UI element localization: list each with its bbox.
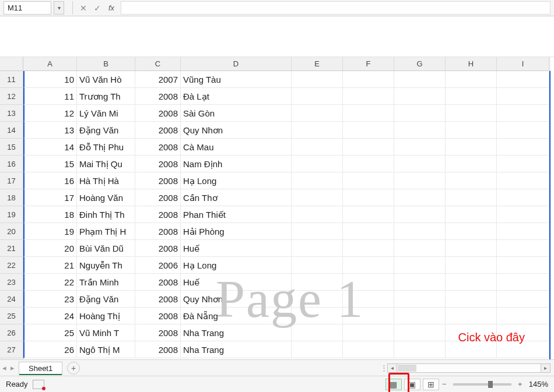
cell[interactable] — [343, 274, 394, 291]
cell[interactable]: Đinh Thị Th — [77, 206, 135, 223]
cell[interactable] — [292, 206, 343, 223]
cell[interactable]: Quy Nhơn — [181, 122, 292, 139]
cell[interactable] — [394, 341, 446, 358]
cancel-button[interactable]: ✕ — [76, 0, 90, 16]
cell[interactable]: Huế — [181, 240, 292, 257]
cell[interactable] — [292, 122, 343, 139]
cell[interactable] — [343, 156, 394, 172]
row-header-11[interactable]: 11 — [0, 71, 23, 88]
row-header-14[interactable]: 14 — [0, 122, 23, 139]
zoom-slider-knob[interactable] — [488, 381, 493, 388]
cell[interactable] — [394, 274, 446, 291]
cell[interactable] — [394, 308, 446, 324]
cell[interactable] — [292, 257, 343, 274]
row-header-16[interactable]: 16 — [0, 156, 23, 172]
cell[interactable]: Hải Phòng — [181, 223, 292, 240]
cell[interactable] — [343, 88, 394, 105]
cell[interactable]: 2008 — [135, 324, 181, 341]
cell[interactable] — [446, 206, 497, 223]
cell[interactable] — [343, 308, 394, 324]
cell[interactable] — [343, 172, 394, 189]
cell[interactable]: Quy Nhơn — [181, 291, 292, 308]
cell[interactable]: 2008 — [135, 240, 181, 257]
column-header-A[interactable]: A — [23, 57, 77, 70]
view-page-break-button[interactable] — [423, 379, 439, 390]
zoom-level[interactable]: 145% — [529, 380, 548, 389]
cell[interactable]: Mai Thị Qu — [77, 156, 135, 172]
cell[interactable]: 2008 — [135, 223, 181, 240]
cell[interactable] — [343, 341, 394, 358]
cell[interactable]: 22 — [23, 274, 77, 291]
cell[interactable]: Phạm Thị H — [77, 223, 135, 240]
cell[interactable] — [394, 324, 446, 341]
formula-input[interactable] — [121, 1, 551, 15]
column-header-H[interactable]: H — [446, 57, 497, 70]
column-header-E[interactable]: E — [292, 57, 343, 70]
cell[interactable]: 2008 — [135, 206, 181, 223]
cell[interactable]: Vũ Văn Hò — [77, 71, 135, 88]
cell[interactable]: Nha Trang — [181, 341, 292, 358]
cell[interactable]: Lý Văn Mi — [77, 105, 135, 122]
zoom-in-button[interactable]: + — [516, 380, 524, 389]
cell[interactable] — [394, 156, 446, 172]
column-header-C[interactable]: C — [135, 57, 181, 70]
cell[interactable] — [394, 223, 446, 240]
cell[interactable] — [394, 257, 446, 274]
cell[interactable]: 2008 — [135, 308, 181, 324]
cell[interactable]: 10 — [23, 71, 77, 88]
cell[interactable]: Đặng Văn — [77, 291, 135, 308]
cell[interactable]: 2006 — [135, 257, 181, 274]
tab-split-handle[interactable]: ⋮ — [379, 363, 387, 372]
cell[interactable] — [497, 189, 549, 206]
cell[interactable]: 23 — [23, 291, 77, 308]
horizontal-scrollbar[interactable]: ◂ ▸ — [387, 363, 551, 373]
cell[interactable]: Hạ Long — [181, 257, 292, 274]
cell[interactable]: Ngô Thị M — [77, 341, 135, 358]
column-header-D[interactable]: D — [181, 57, 292, 70]
cell[interactable] — [497, 257, 549, 274]
cell[interactable] — [446, 139, 497, 156]
cell[interactable] — [497, 139, 549, 156]
cell[interactable] — [343, 189, 394, 206]
cell[interactable] — [292, 88, 343, 105]
cell[interactable] — [394, 206, 446, 223]
column-header-F[interactable]: F — [343, 57, 394, 70]
cell[interactable]: Nha Trang — [181, 324, 292, 341]
row-header-12[interactable]: 12 — [0, 88, 23, 105]
cell[interactable] — [292, 341, 343, 358]
name-box[interactable]: M11 — [3, 1, 51, 15]
row-header-25[interactable]: 25 — [0, 308, 23, 324]
cell[interactable]: 25 — [23, 324, 77, 341]
cell[interactable]: 2007 — [135, 71, 181, 88]
row-header-15[interactable]: 15 — [0, 139, 23, 156]
sheet-tab-sheet1[interactable]: Sheet1 — [19, 362, 62, 375]
cell[interactable] — [394, 291, 446, 308]
cell[interactable] — [394, 240, 446, 257]
column-header-I[interactable]: I — [497, 57, 549, 70]
cell[interactable]: 2008 — [135, 105, 181, 122]
cell[interactable]: Sài Gòn — [181, 105, 292, 122]
cell[interactable] — [446, 71, 497, 88]
cell[interactable]: 2008 — [135, 274, 181, 291]
cell[interactable] — [394, 172, 446, 189]
cell[interactable] — [292, 324, 343, 341]
insert-function-button[interactable]: fx — [104, 0, 118, 16]
cell[interactable] — [446, 88, 497, 105]
cell[interactable] — [497, 88, 549, 105]
cell[interactable] — [292, 223, 343, 240]
cell[interactable]: Đặng Văn — [77, 122, 135, 139]
cell[interactable]: 14 — [23, 139, 77, 156]
cell[interactable]: Hạ Long — [181, 172, 292, 189]
cell[interactable] — [394, 71, 446, 88]
row-header-20[interactable]: 20 — [0, 223, 23, 240]
cell[interactable]: Hoàng Văn — [77, 189, 135, 206]
cell[interactable]: 2008 — [135, 122, 181, 139]
cell[interactable]: Trương Th — [77, 88, 135, 105]
cell[interactable]: Cần Thơ — [181, 189, 292, 206]
cell[interactable]: Trần Minh — [77, 274, 135, 291]
cell[interactable] — [343, 240, 394, 257]
column-header-G[interactable]: G — [394, 57, 446, 70]
cell[interactable] — [343, 291, 394, 308]
cell[interactable] — [343, 223, 394, 240]
cell[interactable]: Phan Thiết — [181, 206, 292, 223]
